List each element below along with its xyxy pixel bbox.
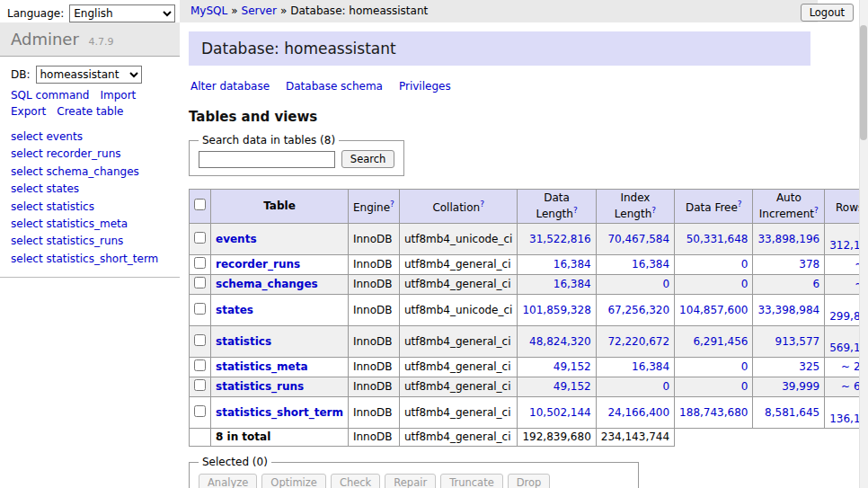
repair-button[interactable]: Repair [385,474,436,488]
index-length-link[interactable]: 0 [662,380,669,393]
index-length-link[interactable]: 16,384 [632,258,669,271]
help-link[interactable]: ? [390,200,394,209]
auto-increment-link[interactable]: 913,577 [775,335,820,348]
index-length-link[interactable]: 24,166,400 [607,406,669,419]
privileges-link[interactable]: Privileges [399,80,451,93]
data-length-link[interactable]: 16,384 [554,258,591,271]
auto-increment-link[interactable]: 33,398,984 [757,304,819,316]
table-name-link[interactable]: statistics_meta [216,360,308,373]
scrollbar-thumb[interactable] [860,25,867,140]
data-free-link[interactable]: 0 [741,360,748,373]
table-name-link[interactable]: events [216,233,257,245]
breadcrumb-server-link[interactable]: Server [242,4,277,17]
total-empty-cell [190,429,211,447]
row-checkbox[interactable] [194,277,206,288]
row-checkbox[interactable] [194,257,206,269]
table-name-link[interactable]: recorder_runs [216,258,300,271]
analyze-button[interactable]: Analyze [199,474,257,488]
help-link[interactable]: ? [814,206,819,215]
drop-button[interactable]: Drop [508,474,551,488]
search-button[interactable]: Search [341,150,395,168]
help-link[interactable]: ? [738,200,742,209]
index-length-link[interactable]: 0 [662,278,669,290]
row-checkbox[interactable] [194,405,206,417]
data-free-link[interactable]: 0 [741,278,748,290]
auto-increment-link[interactable]: 378 [799,258,819,271]
export-link[interactable]: Export [11,105,46,118]
table-name-link[interactable]: states [216,304,253,316]
index-length-link[interactable]: 70,467,584 [607,233,669,245]
select-statistics-runs-link[interactable]: select statistics_runs [0,233,180,250]
vertical-scrollbar[interactable] [859,0,868,488]
row-checkbox[interactable] [194,232,206,244]
optimize-button[interactable]: Optimize [261,474,326,488]
database-schema-link[interactable]: Database schema [286,80,383,93]
data-free-link[interactable]: 104,857,600 [679,304,748,316]
data-length-link[interactable]: 48,824,320 [529,335,591,348]
alter-database-link[interactable]: Alter database [190,80,270,93]
auto-increment-link[interactable]: 325 [799,360,819,373]
select-events-link[interactable]: select events [0,129,180,146]
data-free-link[interactable]: 0 [741,380,748,393]
row-checkbox-cell [190,358,211,377]
db-select[interactable]: homeassistant [36,66,142,84]
select-statistics-meta-link[interactable]: select statistics_meta [0,216,180,233]
auto-increment-link[interactable]: 8,581,645 [765,406,819,419]
auto-increment-link[interactable]: 6 [813,278,820,290]
col-index-length: Index Length? [596,190,674,224]
data-length-link[interactable]: 49,152 [554,380,591,393]
index-length-link[interactable]: 67,256,320 [607,304,669,316]
row-checkbox[interactable] [194,379,206,391]
logout-button[interactable]: Logout [801,4,854,22]
help-link[interactable]: ? [480,200,484,209]
row-checkbox[interactable] [194,334,206,346]
help-link[interactable]: ? [651,206,656,215]
breadcrumb-mysql-link[interactable]: MySQL [190,4,227,17]
row-checkbox-cell [190,275,211,295]
data-free-link[interactable]: 188,743,680 [679,406,748,419]
table-row: statistics_short_termInnoDButf8mb4_gener… [190,397,868,429]
db-label: DB: [11,68,31,81]
check-button[interactable]: Check [331,474,380,488]
sql-command-link[interactable]: SQL command [11,89,89,102]
collation-cell: utf8mb4_general_ci [399,358,518,377]
data-length-link[interactable]: 101,859,328 [522,304,590,316]
data-length-link[interactable]: 49,152 [554,360,591,373]
index-length-link[interactable]: 72,220,672 [607,335,669,348]
data-length-link[interactable]: 16,384 [554,278,591,290]
select-statistics-link[interactable]: select statistics [0,199,180,216]
data-length-link[interactable]: 31,522,816 [529,233,591,245]
data-length-link[interactable]: 10,502,144 [529,406,591,419]
help-link[interactable]: ? [573,206,578,215]
col-data-length: Data Length? [518,190,596,224]
select-recorder-runs-link[interactable]: select recorder_runs [0,146,180,163]
select-statistics-short-term-link[interactable]: select statistics_short_term [0,251,180,268]
select-all-checkbox[interactable] [194,199,206,210]
selected-fieldset: Selected (0) AnalyzeOptimizeCheckRepairT… [189,456,639,488]
data-free-link[interactable]: 6,291,456 [693,335,748,348]
data-free-link[interactable]: 0 [741,258,748,271]
collation-cell: utf8mb4_general_ci [399,326,518,358]
auto-increment-link[interactable]: 39,999 [782,380,819,393]
row-checkbox[interactable] [194,359,206,371]
table-name-link[interactable]: statistics_short_term [216,406,343,419]
import-link[interactable]: Import [100,89,136,102]
create-table-link[interactable]: Create table [57,105,123,118]
collation-cell: utf8mb4_general_ci [399,377,518,397]
index-length-link[interactable]: 16,384 [632,360,669,373]
adminer-logo-link[interactable]: Adminer [11,30,79,49]
truncate-button[interactable]: Truncate [440,474,503,488]
table-name-link[interactable]: schema_changes [216,278,318,290]
table-name-link[interactable]: statistics_runs [216,380,304,393]
table-name-link[interactable]: statistics [216,335,271,348]
language-select[interactable]: English [69,4,175,22]
engine-cell: InnoDB [348,224,399,255]
row-checkbox[interactable] [194,303,206,315]
selected-buttons: AnalyzeOptimizeCheckRepairTruncateDrop [199,474,629,488]
select-states-link[interactable]: select states [0,181,180,198]
row-checkbox-cell [190,255,211,275]
data-free-link[interactable]: 50,331,648 [686,233,748,245]
search-input[interactable] [199,151,335,168]
auto-increment-link[interactable]: 33,898,196 [757,233,819,245]
select-schema-changes-link[interactable]: select schema_changes [0,164,180,181]
